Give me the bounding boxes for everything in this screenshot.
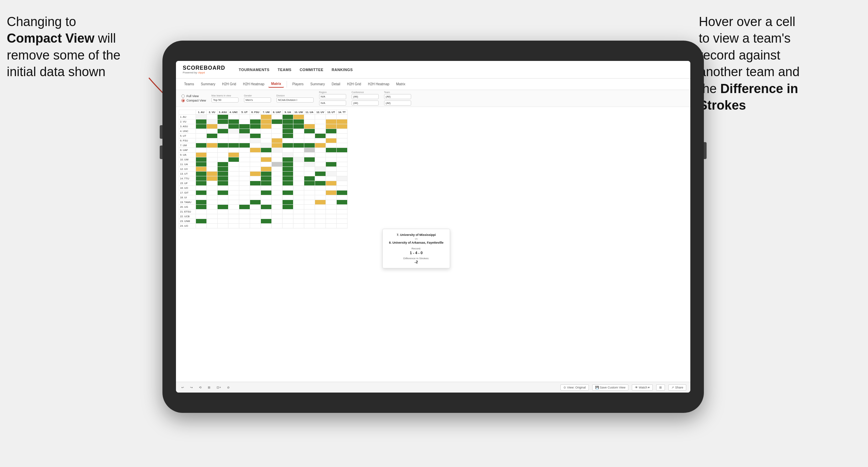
- matrix-cell[interactable]: [250, 172, 261, 176]
- matrix-cell[interactable]: [272, 219, 283, 224]
- matrix-cell[interactable]: [326, 119, 337, 124]
- matrix-cell[interactable]: [315, 129, 326, 134]
- matrix-cell[interactable]: [207, 191, 218, 195]
- matrix-cell[interactable]: [304, 167, 315, 172]
- subnav-h2h-heatmap2[interactable]: H2H Heatmap: [365, 81, 392, 87]
- matrix-cell[interactable]: [272, 143, 283, 148]
- matrix-cell[interactable]: [250, 138, 261, 143]
- matrix-cell[interactable]: [196, 124, 207, 129]
- matrix-cell[interactable]: [228, 172, 239, 176]
- toolbar-redo[interactable]: ↪: [189, 385, 194, 390]
- matrix-cell[interactable]: [228, 138, 239, 143]
- matrix-cell[interactable]: [315, 153, 326, 157]
- matrix-cell[interactable]: [228, 200, 239, 205]
- matrix-cell[interactable]: [326, 172, 337, 176]
- matrix-cell[interactable]: [218, 191, 228, 195]
- matrix-cell[interactable]: [207, 129, 218, 134]
- matrix-cell[interactable]: [239, 186, 250, 191]
- matrix-cell[interactable]: [283, 209, 293, 214]
- matrix-cell[interactable]: [283, 205, 293, 209]
- matrix-cell[interactable]: [283, 119, 293, 124]
- nav-rankings[interactable]: RANKINGS: [332, 66, 353, 73]
- matrix-cell[interactable]: [283, 134, 293, 138]
- matrix-cell[interactable]: [261, 224, 272, 228]
- matrix-cell[interactable]: [326, 219, 337, 224]
- matrix-cell[interactable]: [272, 153, 283, 157]
- matrix-cell[interactable]: [228, 219, 239, 224]
- matrix-cell[interactable]: [196, 181, 207, 186]
- matrix-cell[interactable]: [293, 153, 304, 157]
- matrix-cell[interactable]: [272, 162, 283, 167]
- matrix-cell[interactable]: [272, 157, 283, 162]
- matrix-cell[interactable]: [337, 124, 348, 129]
- matrix-cell[interactable]: [293, 205, 304, 209]
- matrix-cell[interactable]: [207, 157, 218, 162]
- matrix-cell[interactable]: [218, 153, 228, 157]
- matrix-cell[interactable]: [261, 176, 272, 181]
- matrix-cell[interactable]: [272, 119, 283, 124]
- matrix-cell[interactable]: [293, 209, 304, 214]
- matrix-cell[interactable]: [218, 214, 228, 219]
- matrix-cell[interactable]: [315, 176, 326, 181]
- toolbar-reset[interactable]: ⊘: [226, 385, 231, 390]
- matrix-cell[interactable]: [272, 209, 283, 214]
- toolbar-layout[interactable]: ⊞: [656, 384, 665, 391]
- matrix-cell[interactable]: [272, 214, 283, 219]
- matrix-cell[interactable]: [272, 115, 283, 119]
- matrix-cell[interactable]: [315, 157, 326, 162]
- filter-region-select1[interactable]: N/A: [319, 94, 346, 99]
- matrix-cell[interactable]: [283, 219, 293, 224]
- matrix-cell[interactable]: [261, 157, 272, 162]
- matrix-cell[interactable]: [337, 134, 348, 138]
- toolbar-watch[interactable]: 👁 Watch ▾: [632, 384, 653, 391]
- matrix-cell[interactable]: [196, 148, 207, 153]
- matrix-cell[interactable]: [196, 138, 207, 143]
- matrix-cell[interactable]: [250, 181, 261, 186]
- matrix-cell[interactable]: [218, 148, 228, 153]
- matrix-cell[interactable]: [228, 119, 239, 124]
- matrix-cell[interactable]: [293, 200, 304, 205]
- matrix-cell[interactable]: [326, 224, 337, 228]
- matrix-cell[interactable]: [315, 186, 326, 191]
- matrix-cell[interactable]: [250, 186, 261, 191]
- matrix-cell[interactable]: [337, 200, 348, 205]
- matrix-cell[interactable]: [293, 167, 304, 172]
- nav-tournaments[interactable]: TOURNAMENTS: [239, 66, 270, 73]
- matrix-cell[interactable]: [293, 115, 304, 119]
- matrix-cell[interactable]: [315, 167, 326, 172]
- matrix-cell[interactable]: [337, 176, 348, 181]
- matrix-cell[interactable]: [207, 153, 218, 157]
- matrix-cell[interactable]: [207, 115, 218, 119]
- matrix-cell[interactable]: [228, 124, 239, 129]
- matrix-cell[interactable]: [228, 153, 239, 157]
- matrix-cell[interactable]: [218, 172, 228, 176]
- matrix-cell[interactable]: [293, 134, 304, 138]
- matrix-cell[interactable]: [337, 148, 348, 153]
- matrix-cell[interactable]: [272, 148, 283, 153]
- matrix-cell[interactable]: [196, 176, 207, 181]
- matrix-cell[interactable]: [315, 119, 326, 124]
- matrix-cell[interactable]: [218, 205, 228, 209]
- matrix-cell[interactable]: [304, 172, 315, 176]
- matrix-cell[interactable]: [207, 214, 218, 219]
- matrix-cell[interactable]: [207, 119, 218, 124]
- matrix-cell[interactable]: [261, 214, 272, 219]
- matrix-cell[interactable]: [337, 205, 348, 209]
- matrix-cell[interactable]: [239, 134, 250, 138]
- matrix-cell[interactable]: [326, 134, 337, 138]
- matrix-cell[interactable]: [196, 129, 207, 134]
- matrix-cell[interactable]: [304, 115, 315, 119]
- matrix-cell[interactable]: [250, 119, 261, 124]
- matrix-cell[interactable]: [196, 119, 207, 124]
- matrix-cell[interactable]: [272, 138, 283, 143]
- matrix-cell[interactable]: [250, 153, 261, 157]
- matrix-cell[interactable]: [293, 191, 304, 195]
- matrix-cell[interactable]: [337, 162, 348, 167]
- matrix-cell[interactable]: [228, 186, 239, 191]
- matrix-cell[interactable]: [283, 186, 293, 191]
- matrix-cell[interactable]: [304, 214, 315, 219]
- matrix-cell[interactable]: [337, 186, 348, 191]
- matrix-cell[interactable]: [272, 167, 283, 172]
- matrix-cell[interactable]: [218, 143, 228, 148]
- matrix-cell[interactable]: [250, 143, 261, 148]
